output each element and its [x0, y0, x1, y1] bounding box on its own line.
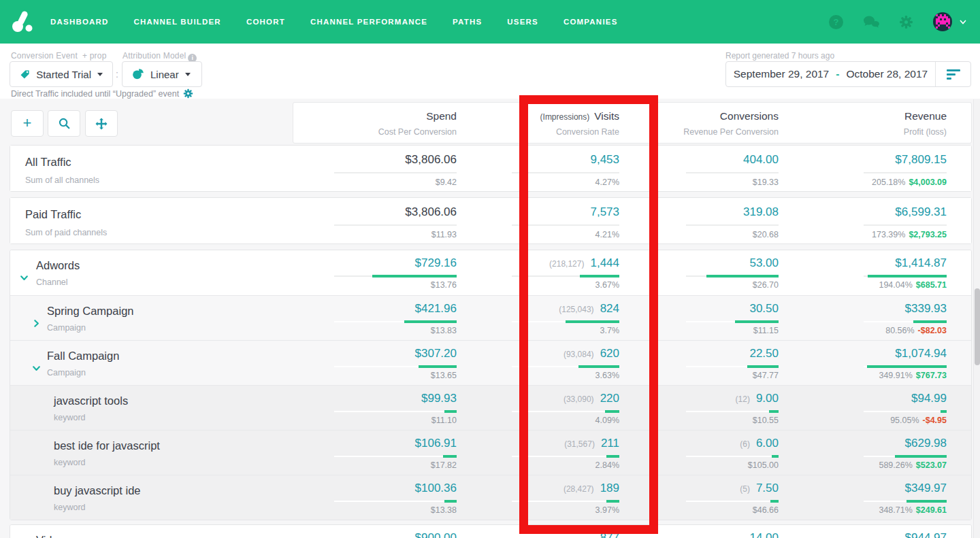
cell-conversions: 404.00 $19.33 — [588, 146, 779, 191]
cell-revenue: $629.98 589.26%$523.07 — [756, 431, 947, 475]
cell-profit: $685.71 — [916, 280, 947, 290]
table-header: Spend Cost Per Conversion (Impressions)V… — [293, 102, 972, 144]
nav-item-channel-performance[interactable]: CHANNEL PERFORMANCE — [310, 18, 427, 26]
account-chevron-down-icon[interactable] — [960, 20, 966, 24]
row-title: buy javascript ide — [54, 484, 140, 497]
cell-subvalue: 80.56% — [885, 326, 914, 335]
nav-item-paths[interactable]: PATHS — [453, 18, 482, 26]
cell-divider — [864, 456, 947, 457]
table-row[interactable]: All Traffic Sum of all channels $3,806.0… — [10, 146, 971, 191]
cell-revenue: $7,809.15 205.18%$4,003.09 — [756, 146, 947, 191]
table-row[interactable]: best ide for javascript keyword $106.91 … — [10, 430, 971, 475]
table-row[interactable]: Fall Campaign Campaign $307.20 $13.65 (9… — [10, 340, 971, 385]
nav-item-companies[interactable]: COMPANIES — [564, 18, 618, 26]
row-type-label: Sum of paid channels — [25, 228, 107, 237]
row-title: Adwords — [36, 259, 80, 272]
table-row[interactable]: Adwords Channel $729.16 $13.76 (218,127)… — [10, 250, 971, 295]
cell-bar — [941, 410, 947, 413]
cell-revenue: $1,414.87 194.04%$685.71 — [756, 250, 947, 295]
nav-menu: DASHBOARD CHANNEL BUILDER COHORT CHANNEL… — [50, 18, 618, 26]
nav-item-dashboard[interactable]: DASHBOARD — [50, 18, 109, 26]
help-icon[interactable]: ? — [829, 15, 843, 29]
row-title: Paid Traffic — [25, 208, 81, 221]
chevron-right-icon[interactable] — [32, 319, 41, 328]
chevron-down-icon[interactable] — [20, 273, 29, 282]
table-row[interactable]: Video Channel $900.00 877 14.00 $944.97 — [10, 525, 971, 538]
attribution-logo-icon[interactable] — [11, 10, 34, 33]
cell-value[interactable]: $1,414.87 — [895, 256, 947, 269]
date-range-value: September 29, 2017 - October 28, 2017 — [726, 68, 935, 80]
cell-bar — [868, 275, 947, 278]
cell-revenue: $339.93 80.56%-$82.03 — [756, 296, 947, 340]
settings-gear-icon[interactable] — [183, 88, 193, 99]
date-dash: - — [836, 68, 839, 80]
cell-subvalue: 348.71% — [879, 505, 912, 515]
conversion-event-dropdown[interactable]: Started Trial — [10, 61, 113, 87]
cell-spend: $99.93 $11.10 — [266, 386, 457, 430]
scrollbar-thumb[interactable] — [975, 288, 980, 365]
add-channel-button[interactable]: + — [11, 110, 44, 137]
row-title: javascript tools — [54, 394, 128, 407]
cell-profit: -$82.03 — [918, 326, 947, 335]
cell-conversions: 22.50 $47.77 — [588, 341, 779, 385]
column-header-visits[interactable]: (Impressions)Visits Conversion Rate — [540, 110, 619, 137]
cell-conversions: 53.00 $26.70 — [588, 250, 779, 295]
cell-conversions: 319.08 $20.68 — [588, 198, 779, 243]
cell-conversions: 30.50 $11.15 — [588, 296, 779, 340]
cell-value[interactable]: $94.99 — [911, 392, 947, 405]
date-range-picker[interactable]: September 29, 2017 - October 28, 2017 — [725, 61, 971, 87]
table-row[interactable]: javascript tools keyword $99.93 $11.10 (… — [10, 385, 971, 430]
row-type-label: keyword — [54, 503, 86, 512]
direct-traffic-note: Direct Traffic included until “Upgraded”… — [11, 88, 193, 99]
cell-divider — [864, 411, 947, 412]
column-header-revenue[interactable]: Revenue Profit (loss) — [904, 110, 947, 137]
reorder-button[interactable] — [85, 110, 118, 137]
table-row[interactable]: Paid Traffic Sum of paid channels $3,806… — [10, 198, 971, 243]
cell-value[interactable]: $7,809.15 — [895, 153, 947, 166]
cell-spend: $421.96 $13.83 — [266, 296, 457, 340]
row-type-label: Sum of all channels — [25, 175, 99, 185]
row-title: All Traffic — [25, 156, 71, 169]
gear-icon[interactable] — [899, 15, 913, 29]
column-header-conversions[interactable]: Conversions Revenue Per Conversion — [683, 110, 779, 137]
card-paid-traffic: Paid Traffic Sum of paid channels $3,806… — [10, 197, 972, 244]
attribution-model-dropdown[interactable]: Linear — [122, 61, 202, 87]
row-type-label: keyword — [54, 458, 86, 467]
cell-value[interactable]: $349.97 — [905, 482, 947, 494]
cell-value[interactable]: $6,599.31 — [895, 205, 947, 218]
add-prop-link[interactable]: + prop — [82, 51, 107, 61]
cell-prefix: (218,127) — [549, 259, 584, 269]
cell-spend: $3,806.06 $9.42 — [266, 146, 457, 191]
cell-value[interactable]: $629.98 — [905, 437, 947, 450]
table-row[interactable]: buy javascript ide keyword $100.36 $13.3… — [10, 475, 971, 520]
cell-divider — [864, 172, 947, 173]
cell-conversions: (6)6.00 $105.00 — [588, 431, 779, 475]
nav-item-users[interactable]: USERS — [507, 18, 538, 26]
chat-icon[interactable] — [863, 15, 879, 29]
cell-value[interactable]: $1,074.94 — [895, 347, 947, 360]
cell-profit: $767.73 — [916, 371, 947, 380]
nav-item-channel-builder[interactable]: CHANNEL BUILDER — [134, 18, 221, 26]
cell-spend: $100.36 $13.38 — [266, 475, 457, 520]
cell-divider — [864, 366, 947, 367]
table-row[interactable]: Spring Campaign Campaign $421.96 $13.83 … — [10, 295, 971, 340]
avatar[interactable] — [933, 12, 952, 31]
cell-spend: $106.91 $17.82 — [266, 431, 457, 475]
move-arrows-icon — [95, 118, 108, 130]
cell-value[interactable]: $339.93 — [905, 302, 947, 315]
cell-revenue: $349.97 348.71%$249.61 — [756, 475, 947, 520]
row-title: Fall Campaign — [47, 350, 119, 363]
column-header-spend[interactable]: Spend Cost Per Conversion — [378, 110, 457, 137]
search-button[interactable] — [48, 110, 80, 137]
cell-prefix: (5) — [740, 484, 750, 494]
cell-conversions: 14.00 — [588, 525, 779, 538]
cell-value[interactable]: $944.97 — [905, 531, 947, 538]
nav-item-cohort[interactable]: COHORT — [246, 18, 285, 26]
search-icon — [59, 118, 70, 129]
chevron-down-icon[interactable] — [32, 364, 41, 373]
cell-bar — [913, 320, 947, 323]
date-start: September 29, 2017 — [734, 68, 829, 80]
cell-bar — [906, 500, 947, 503]
cell-spend: $307.20 $13.65 — [266, 341, 457, 385]
date-filter-icon[interactable] — [935, 62, 970, 86]
